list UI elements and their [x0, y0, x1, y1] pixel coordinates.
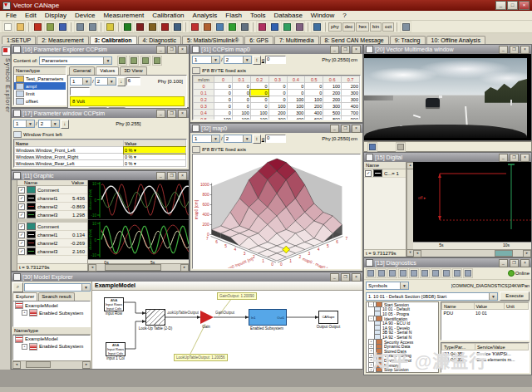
row-header[interactable]: 0.5: [194, 116, 214, 121]
model-tab-explorer[interactable]: Explorer: [12, 292, 37, 301]
restore-button[interactable]: ❐: [510, 154, 519, 162]
checkbox[interactable]: ✓: [18, 232, 25, 238]
symbol-explorer-icon[interactable]: [2, 47, 11, 56]
close-button[interactable]: ×: [352, 125, 361, 133]
block-canape-output[interactable]: CANape: [318, 311, 338, 324]
minimize-button[interactable]: _: [499, 46, 508, 54]
workspace-tab-3-calibration[interactable]: 3: Calibration: [90, 36, 137, 44]
result-row[interactable]: PDU10 01: [442, 310, 529, 316]
col-header[interactable]: 0.2: [250, 76, 268, 83]
search-input[interactable]: ▼: [24, 283, 91, 292]
map-cell[interactable]: 0: [232, 83, 250, 90]
close-button[interactable]: ×: [520, 46, 530, 54]
restore-button[interactable]: ❐: [167, 172, 176, 180]
menu-display[interactable]: Display: [41, 12, 71, 19]
close-button[interactable]: ×: [178, 110, 187, 118]
map-cell[interactable]: 0: [287, 83, 305, 90]
tree-item-period0[interactable]: period0: [14, 105, 66, 105]
row-header[interactable]: 0.1: [194, 90, 214, 96]
new-file-icon[interactable]: [2, 21, 13, 32]
z-value-field[interactable]: 0: [265, 56, 286, 64]
window-parameters-titlebar[interactable]: [17] Parameter window CCPsim _❐×: [12, 109, 189, 118]
map-cell[interactable]: 0: [214, 96, 233, 103]
restore-button[interactable]: ❐: [341, 273, 350, 282]
map-cell[interactable]: 0: [305, 83, 323, 90]
close-button[interactable]: ×: [520, 154, 530, 162]
menu--[interactable]: ?: [338, 12, 350, 19]
close-button[interactable]: ×: [178, 46, 187, 54]
minimize-button[interactable]: _: [156, 46, 165, 54]
print-icon[interactable]: [140, 56, 150, 66]
block-enabled-subsystem[interactable]: In1Out1: [249, 309, 287, 326]
map-cell[interactable]: 0: [214, 110, 233, 116]
h-scrollbar[interactable]: ◄►: [413, 249, 531, 257]
table-green-icon[interactable]: [129, 56, 139, 66]
map-cell[interactable]: 800: [323, 116, 342, 121]
map-cell[interactable]: 0: [232, 90, 250, 96]
expand-toggle[interactable]: +: [22, 344, 27, 350]
map-cell[interactable]: 300: [268, 116, 287, 121]
settings-icon[interactable]: [44, 21, 56, 32]
search-bold-icon[interactable]: [420, 268, 430, 278]
device-icon[interactable]: [32, 21, 43, 32]
restore-button[interactable]: ❐: [341, 125, 350, 133]
y-index-select[interactable]: 2▼: [95, 77, 116, 86]
map-cell[interactable]: 100: [214, 116, 233, 121]
param-tab-values[interactable]: Values: [96, 66, 119, 75]
map-cell[interactable]: 100: [268, 103, 287, 110]
map-cell[interactable]: 0: [268, 96, 287, 103]
h-scrollbar[interactable]: ◄►: [88, 263, 189, 271]
col-header[interactable]: 0.3: [268, 76, 287, 83]
parameter-explorer-titlebar[interactable]: [16] Parameter Explorer CCPsim _❐×: [12, 45, 189, 54]
map3d-titlebar[interactable]: [32] map0 _❐×: [190, 124, 362, 133]
pause-icon[interactable]: [146, 21, 158, 32]
map-cell[interactable]: 300: [287, 110, 305, 116]
map-cell[interactable]: 500: [323, 110, 342, 116]
map-cell[interactable]: 700: [342, 110, 360, 116]
diagnostics-titlebar[interactable]: [13] Diagnostics _❐×: [364, 258, 531, 267]
restore-button[interactable]: ❐: [510, 259, 519, 267]
export-icon[interactable]: [152, 56, 162, 66]
workspace-tab-6-gps[interactable]: 6: GPS: [244, 36, 273, 44]
group-strip[interactable]: [12, 180, 17, 271]
col-header[interactable]: 0.6: [323, 76, 342, 83]
minimize-button[interactable]: _: [156, 172, 165, 180]
menu-flash[interactable]: Flash: [221, 12, 246, 19]
minimize-button[interactable]: _: [330, 273, 339, 282]
row-header[interactable]: 0.3: [194, 103, 214, 110]
format-phy-button[interactable]: phy: [328, 22, 342, 32]
map-cell[interactable]: 0: [287, 90, 305, 96]
scope-plot-bottom[interactable]: 100-10channel [Volt]: [88, 220, 189, 259]
map-cell[interactable]: 0: [268, 90, 287, 96]
column-header[interactable]: Unit: [505, 303, 529, 310]
channel-row-channel3[interactable]: ✓channel32.160: [17, 247, 87, 256]
map-cell[interactable]: 0: [214, 103, 233, 110]
column-header-name[interactable]: Name: [15, 140, 124, 147]
menu-device[interactable]: Device: [71, 12, 99, 19]
channel-row-channel2[interactable]: ✓channel2-0.269: [17, 239, 87, 247]
checkbox[interactable]: ✓: [18, 248, 25, 255]
map-cell[interactable]: 0: [250, 96, 268, 103]
expand-toggle[interactable]: -: [368, 316, 374, 321]
cpu-icon[interactable]: [239, 21, 250, 32]
info-icon[interactable]: [463, 268, 473, 278]
comment-row[interactable]: ✓Comment: [17, 223, 87, 231]
record-icon[interactable]: [396, 142, 406, 152]
map-cell[interactable]: 100: [232, 110, 250, 116]
minimize-button[interactable]: _: [330, 46, 339, 54]
x-index-select[interactable]: 1▼: [70, 77, 91, 86]
workspace-tab-5-matlab-simulink-[interactable]: 5: Matlab/Simulink®: [182, 36, 244, 44]
spin-button[interactable]: ↓: [117, 77, 126, 86]
map-cell[interactable]: 100: [232, 116, 250, 121]
z-index-field[interactable]: 6: [126, 77, 140, 86]
map-cell[interactable]: 0: [214, 83, 233, 90]
start-measurement-icon[interactable]: [121, 21, 133, 32]
snapshot-icon[interactable]: [367, 142, 377, 152]
spin-button[interactable]: ↓: [61, 120, 69, 129]
menu-edit[interactable]: Edit: [21, 12, 41, 19]
close-button[interactable]: ×: [178, 172, 187, 180]
channel-row-channel1[interactable]: ✓channel10.134: [17, 231, 87, 239]
list-icon[interactable]: [117, 56, 127, 66]
minimize-button[interactable]: _: [499, 154, 508, 162]
expand-toggle[interactable]: +: [22, 310, 27, 316]
